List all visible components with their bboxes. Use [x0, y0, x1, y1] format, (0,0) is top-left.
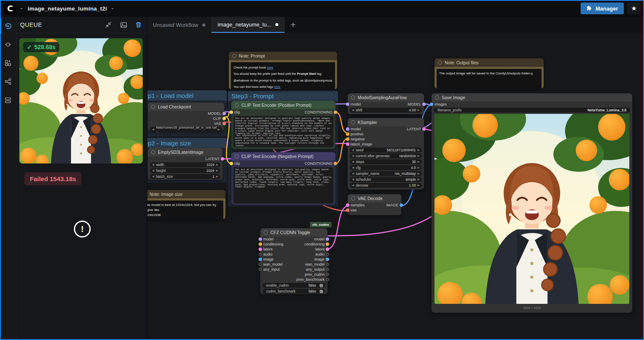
toggle-enable-cudnn[interactable]: enable_cudnnfalse: [262, 283, 325, 288]
port-latent-image-input[interactable]: [346, 142, 349, 146]
negative-prompt-textarea[interactable]: You are an assistant designed to generat…: [233, 167, 333, 203]
port-conditioning-input[interactable]: [259, 242, 262, 246]
next-value-arrow-icon[interactable]: ▶: [418, 108, 420, 112]
node-cfz-cudnn-toggle[interactable]: CFZ CUDNN Toggle modelmodel conditioning…: [260, 228, 327, 294]
note-text[interactable]: This model is best at 1024x1024, but you…: [147, 200, 223, 220]
port-clip-output[interactable]: [223, 117, 226, 120]
widget-shift[interactable]: ◀shift4.00▶: [350, 108, 422, 113]
node-save-image[interactable]: Save Image images filename_prefixNetaYum…: [432, 93, 632, 313]
next-value-arrow-icon[interactable]: ▶: [418, 148, 420, 152]
collapse-dot-icon[interactable]: [351, 196, 355, 200]
port-positive-input[interactable]: [346, 132, 349, 136]
manager-button[interactable]: Manager: [581, 3, 624, 14]
prev-value-arrow-icon[interactable]: ◀: [352, 184, 354, 187]
collapse-dot-icon[interactable]: [264, 230, 268, 235]
sidebar-item-queue[interactable]: [0, 17, 16, 35]
new-tab-button[interactable]: +: [285, 17, 301, 33]
prev-value-arrow-icon[interactable]: ◀: [352, 160, 354, 163]
node-ksampler[interactable]: KSampler modelLATENT positive negative l…: [348, 118, 424, 190]
next-value-arrow-icon[interactable]: ▶: [418, 184, 420, 187]
favorites-star-button[interactable]: ★: [627, 3, 641, 14]
workflow-title[interactable]: image_netayume_lumina_t2i: [28, 5, 107, 12]
port-samples-input[interactable]: [346, 203, 349, 207]
collapse-dot-icon[interactable]: [351, 95, 355, 100]
widget-scheduler[interactable]: ◀schedulersimple▶: [350, 177, 422, 182]
port-model-input[interactable]: [346, 103, 349, 106]
prev-value-arrow-icon[interactable]: ◀: [352, 166, 354, 169]
node-clip-text-encode-positive[interactable]: CLIP Text Encode (Positive Prompt) clipC…: [231, 101, 335, 149]
toggle-cudnn-benchmark[interactable]: cudnn_benchmarkfalse: [262, 289, 325, 294]
unsaved-dot-icon[interactable]: [202, 24, 205, 26]
sidebar-item-templates[interactable]: [0, 91, 16, 109]
widget-steps[interactable]: ◀steps30▶: [350, 159, 422, 164]
port-vae-input[interactable]: [346, 208, 349, 212]
node-title-bar[interactable]: VAE Decode: [348, 194, 401, 203]
collapse-dot-icon[interactable]: [151, 150, 155, 154]
port-clip-input[interactable]: [230, 162, 233, 165]
tab-image-netayume[interactable]: image_netayume_lu...: [212, 17, 285, 33]
gallery-image-icon[interactable]: [119, 21, 128, 29]
chevron-down-icon[interactable]: ⌄: [19, 5, 24, 11]
port-image-input[interactable]: [259, 258, 262, 261]
queue-result-thumbnail[interactable]: ✓ 528.68s: [19, 38, 143, 163]
node-title-bar[interactable]: CLIP Text Encode (Negative Prompt): [231, 152, 335, 161]
sidebar-item-node-library[interactable]: [0, 35, 16, 54]
port-any-output[interactable]: [326, 268, 329, 271]
widget-control-after-generate[interactable]: ◀control after generaterandomize▶: [350, 153, 422, 158]
port-negative-input[interactable]: [346, 137, 349, 141]
artist-tags-link[interactable]: here: [274, 85, 280, 89]
port-prev-benchmark-output[interactable]: [326, 278, 329, 281]
prev-value-arrow-icon[interactable]: ◀: [352, 172, 354, 175]
next-value-arrow-icon[interactable]: ▶: [418, 160, 420, 163]
widget-seed[interactable]: ◀seed583118711808401▶: [350, 148, 422, 153]
node-vae-decode[interactable]: VAE Decode samplesIMAGE vae: [348, 194, 401, 215]
next-value-arrow-icon[interactable]: ▶: [216, 163, 218, 166]
positive-prompt-textarea[interactable]: You are an assistant designed to generat…: [233, 116, 333, 147]
node-title-bar[interactable]: KSampler: [348, 118, 424, 127]
unsaved-dot-icon[interactable]: [275, 23, 278, 26]
port-image-output[interactable]: [326, 258, 329, 261]
prev-value-arrow-icon[interactable]: ◀: [352, 154, 354, 158]
widget-filename-prefix[interactable]: filename_prefixNetaYume_Lumina_3.5: [434, 108, 630, 113]
port-model-output[interactable]: [326, 237, 329, 241]
port-latent-output[interactable]: [422, 127, 426, 131]
collapse-dot-icon[interactable]: [232, 54, 236, 58]
note-text[interactable]: The output image will be saved in the Co…: [437, 69, 542, 89]
note-text[interactable]: Check the prompt book hereYou should kee…: [231, 62, 335, 90]
collapse-dot-icon[interactable]: [438, 61, 442, 65]
port-images-input[interactable]: [430, 103, 433, 106]
port-model-input[interactable]: [259, 237, 262, 241]
prev-value-arrow-icon[interactable]: ◀: [352, 148, 354, 152]
node-load-checkpoint[interactable]: Load Checkpoint MODEL CLIP VAE ◀NetaYume…: [148, 103, 224, 131]
port-audio-output[interactable]: [326, 253, 329, 256]
port-conditioning-output[interactable]: [334, 111, 337, 114]
node-title-bar[interactable]: Note: Output files: [435, 58, 544, 67]
port-latent-input[interactable]: [259, 248, 262, 251]
port-image-output[interactable]: [400, 203, 403, 207]
port-latent-output[interactable]: [221, 157, 224, 161]
node-title-bar[interactable]: Note: Prompt: [229, 52, 337, 60]
port-conditioning-output[interactable]: [326, 242, 329, 246]
collapse-dot-icon[interactable]: [151, 105, 155, 109]
next-value-arrow-icon[interactable]: ▶: [418, 154, 420, 158]
node-title-bar[interactable]: CFZ CUDNN Toggle: [260, 228, 327, 237]
comfyui-logo-icon[interactable]: C: [4, 3, 16, 14]
port-model-output[interactable]: [223, 112, 226, 115]
collapse-dot-icon[interactable]: [435, 95, 439, 100]
next-value-arrow-icon[interactable]: ▶: [218, 128, 220, 131]
tab-unsaved-workflow[interactable]: Unsaved Workflow: [147, 17, 212, 33]
collapse-dot-icon[interactable]: [351, 120, 355, 124]
collapse-dot-icon[interactable]: [235, 154, 239, 158]
port-vae-output[interactable]: [223, 122, 226, 125]
node-title-bar[interactable]: CLIP Text Encode (Positive Prompt): [231, 101, 335, 109]
port-any-input[interactable]: [259, 268, 262, 271]
node-note-image-size[interactable]: Note: Image size This model is best at 1…: [147, 190, 225, 219]
node-graph-canvas[interactable]: Step1 - Load model Step2 - Image size St…: [147, 33, 644, 340]
collapse-dot-icon[interactable]: [235, 103, 239, 107]
prev-value-arrow-icon[interactable]: ◀: [152, 163, 154, 166]
next-value-arrow-icon[interactable]: ▶: [418, 178, 420, 181]
sidebar-item-workflows[interactable]: [0, 72, 16, 91]
wire-cfz-latent-to-vae[interactable]: [327, 206, 348, 249]
node-model-sampling-auraflow[interactable]: ModelSamplingAuraFlow modelMODEL ◀shift4…: [348, 93, 424, 114]
toggle-knob-icon[interactable]: [319, 290, 323, 293]
